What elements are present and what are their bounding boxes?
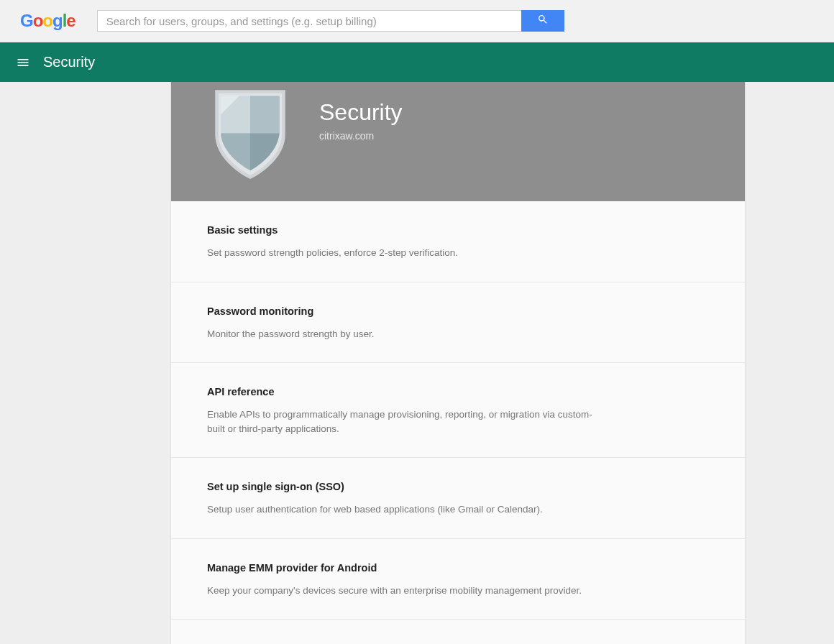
row-title: Password monitoring	[207, 305, 709, 317]
page-title: Security	[319, 99, 403, 126]
row-sso[interactable]: Set up single sign-on (SSO) Setup user a…	[171, 457, 745, 538]
row-password-monitoring[interactable]: Password monitoring Monitor the password…	[171, 282, 745, 363]
row-advanced-settings[interactable]: Advanced settings Manage advanced securi…	[171, 619, 745, 644]
row-desc: Keep your company's devices secure with …	[207, 584, 595, 598]
search-icon	[537, 14, 549, 28]
row-title: Manage EMM provider for Android	[207, 562, 709, 574]
section-header-title: Security	[43, 54, 95, 70]
hero-banner: Security citrixaw.com	[171, 82, 745, 201]
row-basic-settings[interactable]: Basic settings Set password strength pol…	[171, 201, 745, 282]
google-logo[interactable]: Google	[20, 11, 75, 31]
section-header-bar: Security	[0, 42, 834, 82]
row-emm-android[interactable]: Manage EMM provider for Android Keep you…	[171, 538, 745, 620]
row-desc: Enable APIs to programmatically manage p…	[207, 408, 595, 436]
row-title: API reference	[207, 386, 709, 397]
row-desc: Monitor the password strength by user.	[207, 327, 595, 341]
row-api-reference[interactable]: API reference Enable APIs to programmati…	[171, 362, 745, 457]
row-desc: Setup user authentication for web based …	[207, 502, 595, 517]
shield-icon	[207, 88, 293, 184]
row-desc: Set password strength policies, enforce …	[207, 246, 595, 260]
domain-label: citrixaw.com	[319, 130, 403, 142]
search-button[interactable]	[521, 10, 564, 32]
search-input[interactable]	[97, 10, 521, 32]
hamburger-menu-icon[interactable]	[16, 55, 30, 70]
security-panel: Security citrixaw.com Basic settings Set…	[170, 82, 746, 644]
search-form	[97, 10, 564, 32]
settings-list: Basic settings Set password strength pol…	[171, 201, 745, 644]
top-bar: Google	[0, 0, 834, 42]
row-title: Set up single sign-on (SSO)	[207, 481, 709, 492]
row-title: Basic settings	[207, 224, 709, 236]
